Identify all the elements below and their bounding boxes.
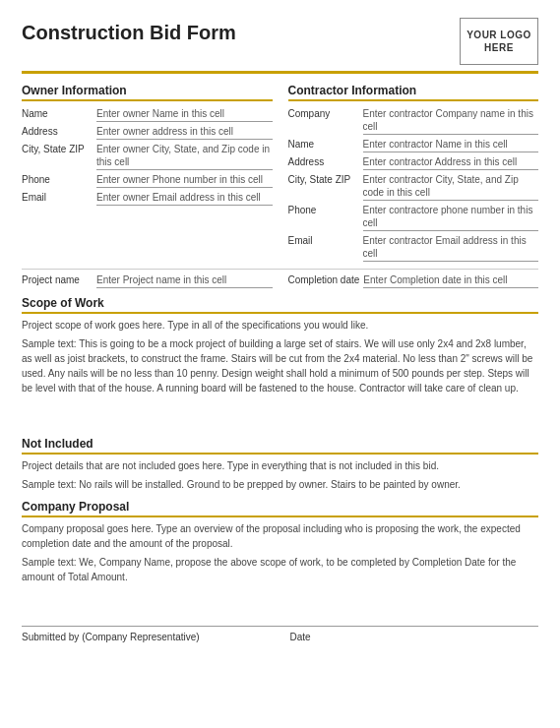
completion-date-value[interactable]: Enter Completion date in this cell — [363, 273, 538, 288]
owner-email-label: Email — [22, 191, 93, 203]
owner-email-row: Email Enter owner Email address in this … — [22, 191, 273, 206]
scope-of-work-sample: Sample text: This is going to be a mock … — [22, 336, 538, 395]
owner-phone-value[interactable]: Enter owner Phone number in this cell — [96, 173, 273, 188]
project-name-half: Project name Enter Project name in this … — [22, 273, 273, 288]
project-name-value[interactable]: Enter Project name in this cell — [96, 273, 273, 288]
contractor-email-row: Email Enter contractor Email address in … — [288, 234, 539, 262]
completion-date-label: Completion date — [288, 273, 360, 285]
owner-address-row: Address Enter owner address in this cell — [22, 125, 273, 140]
date-label: Date — [290, 632, 311, 642]
contractor-company-label: Company — [288, 107, 359, 119]
contractor-name-label: Name — [288, 138, 359, 150]
date-field: Date — [290, 631, 539, 642]
contractor-phone-label: Phone — [288, 204, 359, 215]
owner-phone-label: Phone — [22, 173, 93, 185]
contractor-email-label: Email — [288, 234, 359, 246]
contractor-name-value[interactable]: Enter contractor Name in this cell — [363, 138, 539, 152]
contractor-email-value[interactable]: Enter contractor Email address in this c… — [363, 234, 539, 262]
scope-of-work-title: Scope of Work — [22, 296, 538, 314]
logo-box: YOUR LOGO HERE — [460, 18, 538, 65]
page-title: Construction Bid Form — [22, 22, 236, 44]
project-row: Project name Enter Project name in this … — [22, 269, 538, 288]
owner-name-value[interactable]: Enter owner Name in this cell — [96, 107, 273, 122]
company-proposal-sample: Sample text: We, Company Name, propose t… — [22, 555, 538, 584]
header: Construction Bid Form YOUR LOGO HERE — [22, 18, 538, 74]
contractor-section-title: Contractor Information — [288, 84, 539, 101]
company-proposal-intro[interactable]: Company proposal goes here. Type an over… — [22, 521, 538, 551]
contractor-address-label: Address — [288, 155, 359, 167]
scope-of-work-section: Scope of Work Project scope of work goes… — [22, 296, 538, 395]
owner-section: Owner Information Name Enter owner Name … — [22, 84, 273, 265]
contractor-citystate-label: City, State ZIP — [288, 173, 359, 185]
not-included-sample: Sample text: No rails will be installed.… — [22, 477, 538, 492]
scope-of-work-intro[interactable]: Project scope of work goes here. Type in… — [22, 318, 538, 333]
not-included-section: Not Included Project details that are no… — [22, 437, 538, 492]
owner-section-title: Owner Information — [22, 84, 273, 101]
contractor-company-value[interactable]: Enter contractor Company name in this ce… — [363, 107, 539, 135]
contractor-company-row: Company Enter contractor Company name in… — [288, 107, 539, 135]
owner-address-label: Address — [22, 125, 93, 137]
contractor-name-row: Name Enter contractor Name in this cell — [288, 138, 539, 152]
contractor-address-value[interactable]: Enter contractor Address in this cell — [363, 155, 539, 170]
owner-citystate-row: City, State ZIP Enter owner City, State,… — [22, 143, 273, 170]
signature-row: Submitted by (Company Representative) Da… — [22, 626, 538, 642]
project-completion-half: Completion date Enter Completion date in… — [288, 273, 539, 288]
contractor-address-row: Address Enter contractor Address in this… — [288, 155, 539, 170]
submitted-by-field: Submitted by (Company Representative) — [22, 631, 271, 642]
contractor-section: Contractor Information Company Enter con… — [288, 84, 539, 265]
contractor-phone-row: Phone Enter contractore phone number in … — [288, 204, 539, 231]
owner-email-value[interactable]: Enter owner Email address in this cell — [96, 191, 273, 206]
owner-name-label: Name — [22, 107, 93, 119]
company-proposal-title: Company Proposal — [22, 500, 538, 517]
info-section: Owner Information Name Enter owner Name … — [22, 84, 538, 265]
contractor-phone-value[interactable]: Enter contractore phone number in this c… — [363, 204, 539, 231]
company-proposal-section: Company Proposal Company proposal goes h… — [22, 500, 538, 584]
owner-address-value[interactable]: Enter owner address in this cell — [96, 125, 273, 140]
submitted-by-label: Submitted by (Company Representative) — [22, 632, 200, 642]
owner-citystate-value[interactable]: Enter owner City, State, and Zip code in… — [96, 143, 273, 170]
owner-name-row: Name Enter owner Name in this cell — [22, 107, 273, 122]
owner-citystate-label: City, State ZIP — [22, 143, 93, 154]
contractor-citystate-value[interactable]: Enter contractor City, State, and Zip co… — [363, 173, 539, 201]
contractor-citystate-row: City, State ZIP Enter contractor City, S… — [288, 173, 539, 201]
project-name-label: Project name — [22, 273, 93, 285]
not-included-title: Not Included — [22, 437, 538, 455]
owner-phone-row: Phone Enter owner Phone number in this c… — [22, 173, 273, 188]
not-included-intro[interactable]: Project details that are not included go… — [22, 458, 538, 473]
